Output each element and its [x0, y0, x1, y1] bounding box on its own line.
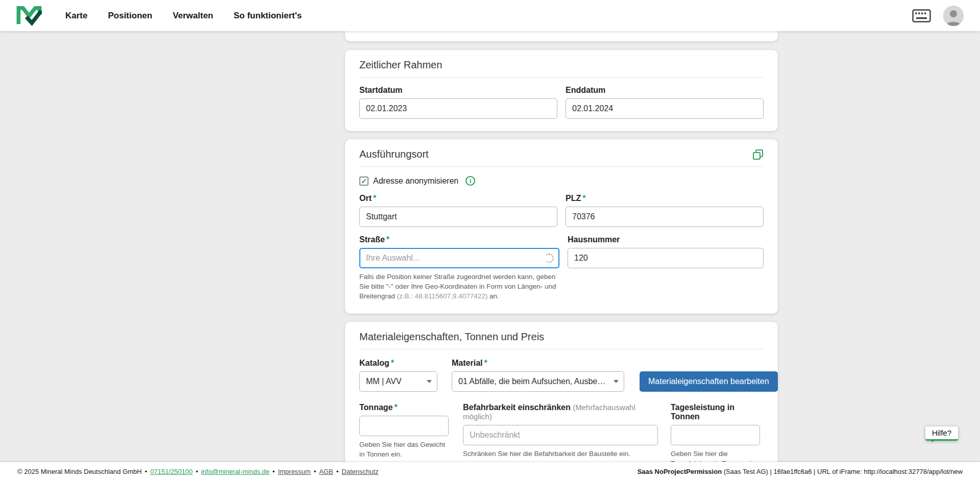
tagesleistung-field: Tagesleistung in Tonnen Geben Sie hier d… [671, 403, 760, 462]
strasse-label-text: Straße [359, 235, 385, 244]
plz-required-asterisk: * [582, 194, 585, 202]
footer-impressum-link[interactable]: Impressum [278, 468, 310, 475]
edit-material-properties-button[interactable]: Materialeigenschaften bearbeiten [640, 371, 778, 392]
location-title: Ausführungsort [359, 148, 429, 160]
footer-email-link[interactable]: info@mineral-minds.de [201, 468, 270, 475]
katalog-select[interactable]: MM | AVV [359, 371, 437, 392]
footer-datenschutz-link[interactable]: Datenschutz [341, 468, 378, 475]
strasse-input[interactable] [359, 248, 559, 268]
material-select[interactable]: 01 Abfälle, die beim Aufsuchen, Ausbeute… [452, 371, 624, 392]
footer-phone-link[interactable]: 07151/250100 [150, 468, 192, 475]
material-row-2: Tonnage* Geben Sie hier das Gewicht in T… [359, 403, 764, 462]
katalog-required-asterisk: * [391, 359, 394, 367]
befahrbarkeit-input[interactable] [463, 425, 658, 445]
footer-tenant-details: (Saas Test AG) | 16fae1ffc6a6 | URL of i… [722, 468, 963, 475]
hausnummer-field: Hausnummer [568, 235, 764, 301]
main-nav: Karte Positionen Verwalten So funktionie… [65, 11, 302, 21]
copy-icon[interactable] [752, 149, 764, 160]
page: Karte Positionen Verwalten So funktionie… [0, 0, 980, 481]
material-field: Material* 01 Abfälle, die beim Aufsuchen… [452, 359, 624, 392]
tonnage-label: Tonnage* [359, 403, 449, 412]
hausnummer-input[interactable] [568, 248, 764, 268]
location-title-row: Ausführungsort [359, 148, 764, 160]
ort-input[interactable] [359, 207, 557, 227]
nav-item-positionen[interactable]: Positionen [108, 11, 152, 21]
startdatum-input[interactable] [359, 98, 557, 119]
loading-spinner [545, 254, 554, 263]
katalog-label-text: Katalog [359, 359, 389, 367]
previous-card-bottom [345, 31, 778, 41]
material-label: Material* [452, 359, 624, 368]
strasse-helper-text: Falls die Position keiner Straße zugeord… [359, 272, 559, 301]
plz-label: PLZ* [566, 194, 764, 203]
enddatum-label: Enddatum [566, 86, 764, 95]
anonymize-checkbox[interactable]: ✓ [359, 176, 369, 186]
anonymize-label: Adresse anonymisieren [373, 176, 458, 186]
footer-separator: • [145, 468, 148, 475]
startdatum-field: Startdatum [359, 86, 557, 119]
tagesleistung-input[interactable] [671, 425, 760, 445]
tagesleistung-helper-text: Geben Sie hier die Tagesleistung in Tonn… [671, 449, 760, 462]
main-content: Zeitlicher Rahmen Startdatum Enddatum [0, 31, 980, 462]
location-card: Ausführungsort ✓ Adresse anonymisieren i [345, 139, 778, 314]
strasse-helper-suffix: an. [487, 292, 499, 300]
nav-item-verwalten[interactable]: Verwalten [173, 11, 213, 21]
location-row-1: Ort* PLZ* [359, 194, 764, 227]
timeframe-divider [359, 77, 764, 78]
top-navbar: Karte Positionen Verwalten So funktionie… [0, 0, 980, 31]
material-row-1: Katalog* MM | AVV Material* 01 Abfälle, … [359, 359, 764, 392]
navbar-right [912, 6, 964, 26]
footer-agb-link[interactable]: AGB [319, 468, 333, 475]
befahrbarkeit-helper-text: Schränken Sie hier die Befahrbarkeit der… [463, 449, 658, 459]
footer-separator: • [314, 468, 316, 475]
chevron-down-icon [614, 380, 619, 383]
info-icon[interactable]: i [465, 176, 475, 186]
ort-field: Ort* [359, 194, 557, 227]
tonnage-input[interactable] [359, 416, 449, 436]
tonnage-helper-text: Geben Sie hier das Gewicht in Tonnen ein… [359, 440, 449, 460]
strasse-input-wrap [359, 248, 559, 268]
plz-label-text: PLZ [566, 194, 581, 202]
nav-item-karte[interactable]: Karte [65, 11, 87, 21]
footer-separator: • [195, 468, 198, 475]
form-column: Zeitlicher Rahmen Startdatum Enddatum [345, 31, 778, 462]
ort-label-text: Ort [359, 194, 372, 202]
chevron-down-icon [427, 380, 432, 383]
keyboard-icon[interactable] [912, 9, 931, 22]
enddatum-input[interactable] [566, 98, 764, 119]
timeframe-fields: Startdatum Enddatum [359, 86, 764, 119]
help-button-label: Hilfe? [932, 428, 951, 437]
material-title: Materialeigenschaften, Tonnen und Preis [359, 331, 764, 343]
tagesleistung-label: Tagesleistung in Tonnen [671, 403, 760, 421]
mineral-minds-logo-graphic [16, 5, 42, 27]
ort-required-asterisk: * [373, 194, 376, 202]
footer-separator: • [336, 468, 339, 475]
footer-copyright: © 2025 Mineral Minds Deutschland GmbH [17, 468, 142, 475]
tonnage-label-text: Tonnage [359, 403, 393, 412]
user-avatar[interactable] [943, 6, 964, 26]
plz-input[interactable] [566, 207, 764, 227]
mineral-minds-logo[interactable] [16, 5, 42, 27]
location-divider [359, 166, 764, 167]
material-divider [359, 349, 764, 349]
material-label-text: Material [452, 359, 482, 367]
anonymize-row: ✓ Adresse anonymisieren i [359, 176, 764, 186]
help-button[interactable]: Hilfe? [925, 426, 958, 441]
material-required-asterisk: * [484, 359, 487, 367]
nav-item-so-funktionierts[interactable]: So funktioniert's [234, 11, 302, 21]
startdatum-label: Startdatum [359, 86, 557, 95]
befahrbarkeit-label: Befahrbarkeit einschränken (Mehrfachausw… [463, 403, 658, 421]
footer-tenant-name: Saas NoProjectPermission [638, 468, 722, 475]
material-select-value: 01 Abfälle, die beim Aufsuchen, Ausbeute… [458, 377, 609, 386]
strasse-label: Straße* [359, 235, 559, 244]
tonnage-required-asterisk: * [394, 403, 397, 412]
strasse-helper-example: (z.B.: 48.8115607,9.4077422) [397, 292, 488, 300]
ort-label: Ort* [359, 194, 557, 203]
timeframe-title: Zeitlicher Rahmen [359, 59, 764, 71]
katalog-label: Katalog* [359, 359, 437, 368]
footer-left: © 2025 Mineral Minds Deutschland GmbH • … [17, 468, 379, 475]
katalog-select-value: MM | AVV [366, 377, 402, 386]
strasse-required-asterisk: * [386, 235, 389, 244]
enddatum-field: Enddatum [566, 86, 764, 119]
plz-field: PLZ* [566, 194, 764, 227]
